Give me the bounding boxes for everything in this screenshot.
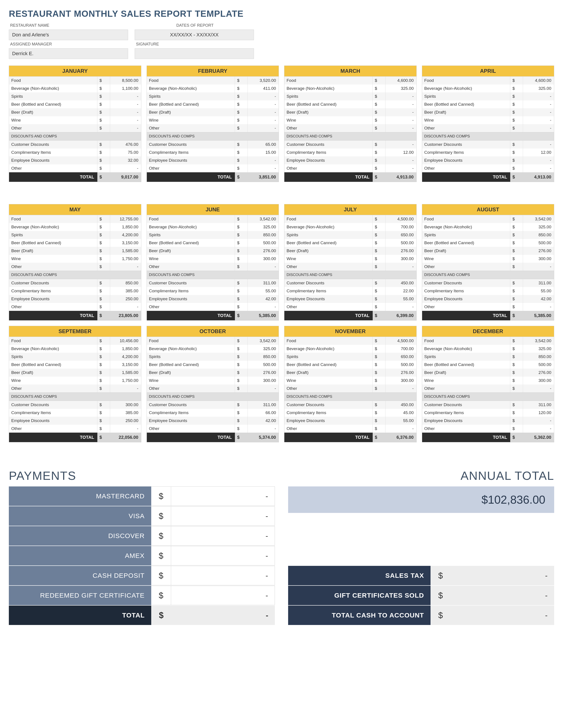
value-cell[interactable]: 500.00 [523,361,554,369]
value-cell[interactable]: - [110,303,141,311]
value-cell[interactable]: 450.00 [386,279,416,287]
value-cell[interactable]: 276.00 [248,369,278,377]
value-cell[interactable]: - [386,263,416,271]
value-cell[interactable]: 1,585.00 [110,247,141,255]
value-cell[interactable]: - [110,164,141,172]
value-cell[interactable]: 476.00 [110,141,141,148]
value-cell[interactable]: 250.00 [110,417,141,425]
value-cell[interactable]: 850.00 [248,231,278,239]
value-cell[interactable]: - [386,156,416,164]
value-cell[interactable]: 42.00 [523,295,554,303]
value-cell[interactable]: 1,750.00 [110,377,141,385]
value-cell[interactable]: 4,600.00 [523,77,554,84]
value-cell[interactable]: - [523,417,554,425]
value-cell[interactable]: 1,850.00 [110,345,141,353]
value-cell[interactable]: 22.00 [386,287,416,295]
value-cell[interactable]: 500.00 [523,239,554,247]
value-cell[interactable]: 385.00 [110,409,141,417]
value-cell[interactable]: - [523,303,554,311]
value-cell[interactable]: 3,542.00 [248,337,278,345]
value-cell[interactable]: 276.00 [386,369,416,377]
value-cell[interactable]: 10,456.00 [110,337,141,345]
value-cell[interactable]: 42.00 [248,295,278,303]
value-cell[interactable]: - [248,108,278,116]
value-cell[interactable]: 311.00 [523,279,554,287]
value-cell[interactable]: 650.00 [386,231,416,239]
value-cell[interactable]: 500.00 [248,239,278,247]
value-cell[interactable]: 45.00 [386,409,416,417]
value-cell[interactable]: 300.00 [248,377,278,385]
value-cell[interactable]: 325.00 [523,345,554,353]
value-cell[interactable]: 32.00 [110,156,141,164]
value-cell[interactable]: 3,542.00 [523,215,554,223]
value-cell[interactable]: 42.00 [248,417,278,425]
value-cell[interactable]: - [110,385,141,392]
value-cell[interactable]: - [523,263,554,271]
value-cell[interactable]: - [248,385,278,392]
value-cell[interactable]: 325.00 [386,84,416,92]
value-cell[interactable]: 3,542.00 [248,215,278,223]
value-cell[interactable]: 500.00 [386,239,416,247]
value-cell[interactable]: 325.00 [523,223,554,231]
value-cell[interactable]: - [248,116,278,124]
value-cell[interactable]: 55.00 [386,417,416,425]
value-cell[interactable]: 1,850.00 [110,223,141,231]
value-cell[interactable]: - [386,303,416,311]
value-cell[interactable]: - [248,156,278,164]
value-cell[interactable]: - [386,108,416,116]
value-cell[interactable]: 1,750.00 [110,255,141,263]
value-cell[interactable]: 311.00 [248,401,278,409]
value-cell[interactable]: 850.00 [523,231,554,239]
value-cell[interactable]: 700.00 [386,345,416,353]
value-cell[interactable]: - [386,92,416,100]
summary-value[interactable]: - [450,606,554,625]
value-cell[interactable]: 850.00 [248,353,278,361]
value-cell[interactable]: 325.00 [248,345,278,353]
value-cell[interactable]: - [110,100,141,108]
value-cell[interactable]: 66.00 [248,409,278,417]
value-cell[interactable]: 3,542.00 [523,337,554,345]
value-cell[interactable]: - [523,92,554,100]
value-cell[interactable]: 4,500.00 [386,337,416,345]
value-cell[interactable]: 55.00 [386,295,416,303]
manager-field[interactable]: Derrick E. [9,48,128,59]
value-cell[interactable]: 311.00 [523,401,554,409]
value-cell[interactable]: - [248,425,278,433]
value-cell[interactable]: 850.00 [523,353,554,361]
value-cell[interactable]: 3,520.00 [248,77,278,84]
value-cell[interactable]: 4,200.00 [110,231,141,239]
value-cell[interactable]: 65.00 [248,141,278,148]
summary-value[interactable]: - [450,566,554,585]
payment-value[interactable]: - [171,566,275,585]
value-cell[interactable]: 300.00 [248,255,278,263]
dates-field[interactable]: XX/XX/XX - XX/XX/XX [135,30,254,40]
value-cell[interactable]: 276.00 [523,369,554,377]
value-cell[interactable]: - [110,124,141,132]
value-cell[interactable]: 300.00 [386,377,416,385]
value-cell[interactable]: 4,600.00 [386,77,416,84]
value-cell[interactable]: - [523,116,554,124]
value-cell[interactable]: 15.00 [248,148,278,156]
value-cell[interactable]: 276.00 [248,247,278,255]
value-cell[interactable]: 3,150.00 [110,361,141,369]
value-cell[interactable]: 4,500.00 [386,215,416,223]
value-cell[interactable]: 650.00 [386,353,416,361]
value-cell[interactable]: 411.00 [248,84,278,92]
value-cell[interactable]: 12,755.00 [110,215,141,223]
value-cell[interactable]: 250.00 [110,295,141,303]
value-cell[interactable]: - [248,303,278,311]
value-cell[interactable]: - [523,141,554,148]
value-cell[interactable]: - [248,100,278,108]
value-cell[interactable]: 325.00 [248,223,278,231]
value-cell[interactable]: - [386,385,416,392]
value-cell[interactable]: - [523,124,554,132]
value-cell[interactable]: - [386,124,416,132]
value-cell[interactable]: 300.00 [110,401,141,409]
value-cell[interactable]: 75.00 [110,148,141,156]
value-cell[interactable]: 1,585.00 [110,369,141,377]
payment-value[interactable]: - [171,506,275,526]
value-cell[interactable]: 311.00 [248,279,278,287]
value-cell[interactable]: 300.00 [386,255,416,263]
value-cell[interactable]: 385.00 [110,287,141,295]
payment-value[interactable]: - [171,486,275,506]
